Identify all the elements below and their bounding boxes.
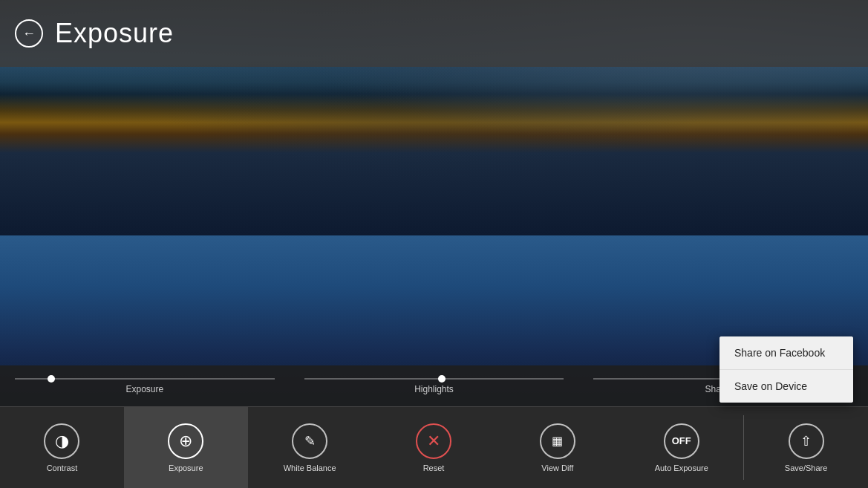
- auto-exposure-icon: OFF: [672, 435, 691, 446]
- exposure-track[interactable]: [15, 378, 275, 380]
- exposure-label: Exposure: [169, 463, 203, 472]
- reset-icon-circle: ✕: [416, 423, 451, 459]
- back-icon: ←: [22, 26, 36, 42]
- highlights-track[interactable]: [304, 378, 564, 380]
- share-facebook-item[interactable]: Share on Facebook: [719, 336, 853, 370]
- exposure-icon-circle: ⊕: [168, 423, 203, 459]
- white-balance-button[interactable]: ✎ White Balance: [248, 407, 372, 488]
- auto-exposure-label: Auto Exposure: [655, 463, 708, 472]
- toolbar: ◑ Contrast ⊕ Exposure ✎ White Balance ✕ …: [0, 406, 868, 488]
- save-share-label: Save/Share: [785, 463, 827, 472]
- reset-button[interactable]: ✕ Reset: [372, 407, 496, 488]
- highlights-slider-group: Highlights: [290, 378, 579, 394]
- header: ← Exposure: [0, 0, 868, 67]
- view-diff-icon: ▦: [552, 434, 563, 448]
- save-device-item[interactable]: Save on Device: [719, 370, 853, 403]
- view-diff-label: View Diff: [541, 463, 573, 472]
- reset-icon: ✕: [427, 432, 440, 451]
- page-title: Exposure: [55, 18, 174, 49]
- exposure-slider-group: Exposure: [0, 378, 290, 394]
- auto-exposure-icon-circle: OFF: [664, 423, 699, 459]
- contrast-label: Contrast: [47, 463, 78, 472]
- white-balance-label: White Balance: [284, 463, 336, 472]
- contrast-icon: ◑: [55, 432, 69, 451]
- exposure-button[interactable]: ⊕ Exposure: [124, 407, 248, 488]
- contrast-icon-circle: ◑: [44, 423, 79, 459]
- save-share-icon: ⇧: [800, 433, 812, 449]
- white-balance-icon-circle: ✎: [292, 423, 327, 459]
- reset-label: Reset: [423, 463, 445, 472]
- contrast-button[interactable]: ◑ Contrast: [0, 407, 124, 488]
- exposure-slider-label: Exposure: [125, 384, 163, 394]
- auto-exposure-button[interactable]: OFF Auto Exposure: [619, 407, 743, 488]
- view-diff-button[interactable]: ▦ View Diff: [495, 407, 619, 488]
- exposure-icon: ⊕: [179, 432, 192, 451]
- highlights-slider-label: Highlights: [414, 384, 454, 394]
- white-balance-icon: ✎: [304, 433, 316, 449]
- exposure-thumb[interactable]: [48, 375, 55, 383]
- back-button[interactable]: ←: [15, 19, 43, 48]
- save-device-label: Save on Device: [734, 380, 807, 392]
- save-share-icon-circle: ⇧: [789, 423, 824, 459]
- save-share-button[interactable]: ⇧ Save/Share: [744, 407, 868, 488]
- view-diff-icon-circle: ▦: [540, 423, 575, 459]
- highlights-thumb[interactable]: [438, 375, 446, 383]
- share-dropdown: Share on Facebook Save on Device: [719, 336, 853, 403]
- share-facebook-label: Share on Facebook: [734, 347, 825, 359]
